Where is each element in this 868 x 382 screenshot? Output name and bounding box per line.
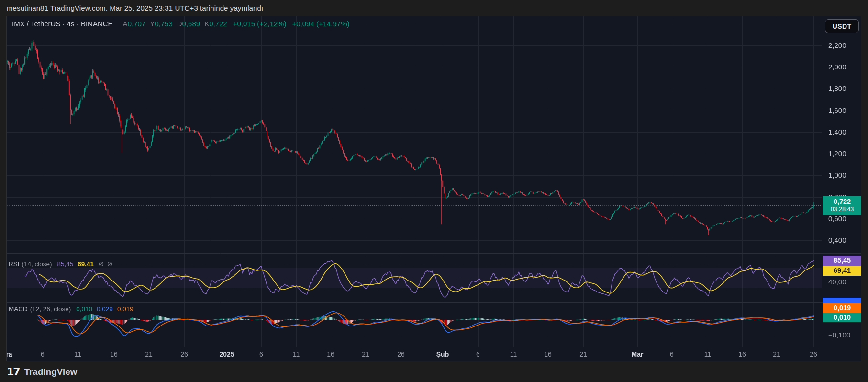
macd-hist-badge-text: 0,010 [834, 313, 851, 322]
time-axis-label: 6 [661, 350, 682, 358]
time-axis-label: 26 [174, 350, 195, 358]
rsi-title[interactable]: RSI [9, 260, 20, 268]
time-axis-label: 21 [573, 350, 594, 358]
time-axis-label: Şub [432, 350, 453, 358]
time-axis-label: 16 [103, 350, 124, 358]
footer-bar: 17 TradingView [0, 361, 868, 382]
time-axis-label: 11 [286, 350, 307, 358]
price-axis-label: 1,600 [828, 106, 861, 114]
ohlc-label: Y [150, 20, 155, 28]
rsi-ma-value-badge: 69,41 [823, 266, 861, 276]
macd-signal-badge: 0,019 [823, 303, 861, 313]
price-axis-label: 2,200 [828, 41, 861, 49]
rsi-value: 85,45 [57, 260, 74, 268]
macd-line-badge [823, 298, 861, 303]
price-axis-label: 1,400 [828, 128, 861, 136]
macd-legend[interactable]: MACD (12, 26, close) 0,010 0,029 0,019 [9, 305, 134, 313]
macd-title[interactable]: MACD [9, 305, 28, 313]
time-axis-label: 16 [537, 350, 558, 358]
symbol-legend[interactable]: IMX / TetherUS · 4s · BINANCE A0,707Y0,7… [12, 20, 350, 28]
price-axis-label: 0,400 [828, 236, 861, 244]
chart-canvas[interactable] [7, 16, 861, 361]
macd-line-value: 0,029 [97, 305, 113, 313]
ohlc-values: A0,707Y0,753D0,689K0,722 [119, 20, 227, 28]
time-axis-label: 6 [467, 350, 489, 358]
time-axis-label: Mar [627, 350, 648, 358]
rsi-legend[interactable]: RSI (14, close) 85,45 69,41 Ø Ø [9, 260, 112, 268]
ohlc-label: A [123, 20, 128, 28]
time-axis-label: 26 [390, 350, 412, 358]
time-axis-label: 26 [803, 350, 824, 358]
bar-change: +0,015 (+2,12%) [233, 20, 287, 28]
time-axis-label: 11 [503, 350, 524, 358]
tradingview-wordmark[interactable]: TradingView [24, 367, 78, 377]
rsi-ma-badge-text: 69,41 [834, 266, 851, 275]
time-axis-label: 21 [766, 350, 787, 358]
time-axis-label: 6 [251, 350, 272, 358]
ohlc-value: 0,707 [128, 20, 146, 28]
price-axis-label: 1,800 [828, 84, 861, 92]
macd-hist-badge: 0,010 [823, 313, 861, 322]
time-axis-label: 11 [67, 350, 89, 358]
publish-info-bar: mesutinan81 TradingView.com, Mar 25, 202… [0, 0, 868, 16]
macd-signal-badge-text: 0,019 [834, 303, 851, 312]
rsi-ma-value: 69,41 [78, 260, 94, 268]
time-axis-label: 2025 [216, 350, 237, 358]
total-change: +0,094 (+14,97%) [292, 20, 349, 28]
tradingview-logo-icon[interactable]: 17 [7, 366, 20, 378]
bar-countdown: 03:28:43 [831, 206, 854, 213]
macd-hist-value: 0,010 [76, 305, 92, 313]
last-price-badge: 0,722 03:28:43 [823, 196, 861, 215]
macd-axis-tick: −0,100 [828, 331, 861, 339]
last-price: 0,722 [834, 197, 851, 206]
time-axis-label: 16 [320, 350, 341, 358]
rsi-value-badge: 85,45 [823, 256, 861, 266]
chart-widget: IMX / TetherUS · 4s · BINANCE A0,707Y0,7… [6, 16, 861, 361]
price-axis-label: 2,000 [828, 63, 861, 71]
symbol-title[interactable]: IMX / TetherUS · 4s · BINANCE [12, 20, 113, 28]
price-axis-label: 1,000 [828, 171, 861, 179]
ohlc-value: 0,689 [182, 20, 200, 28]
time-axis-label: Ara [6, 350, 17, 358]
price-axis-label: 1,200 [828, 149, 861, 157]
rsi-params: (14, close) [22, 260, 52, 268]
time-axis-label: 11 [697, 350, 718, 358]
ohlc-label: K [204, 20, 209, 28]
ohlc-label: D [177, 20, 182, 28]
rsi-badge-text: 85,45 [834, 256, 851, 265]
time-axis-label: 6 [32, 350, 53, 358]
price-axis-label: 0,600 [828, 214, 861, 223]
publish-info-text: mesutinan81 TradingView.com, Mar 25, 202… [7, 4, 263, 12]
ohlc-value: 0,722 [209, 20, 227, 28]
macd-signal-value: 0,019 [117, 305, 134, 313]
time-axis-label: 16 [732, 350, 753, 358]
rsi-axis-tick: 40,00 [828, 278, 861, 286]
rsi-hidden-markers: Ø Ø [99, 260, 112, 268]
time-axis-label: 21 [138, 350, 159, 358]
currency-toggle-button[interactable]: USDT [825, 19, 859, 33]
macd-params: (12, 26, close) [30, 305, 71, 313]
ohlc-value: 0,753 [155, 20, 173, 28]
time-axis-label: 21 [355, 350, 376, 358]
